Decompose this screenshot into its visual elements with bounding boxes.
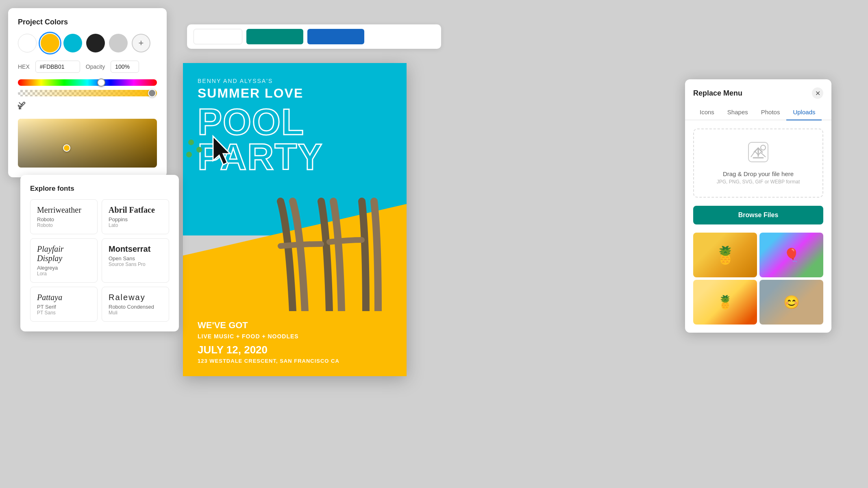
font-third-abril: Lato: [109, 222, 162, 228]
poster-subtitle: BENNY AND ALYSSA'S: [198, 78, 392, 84]
hex-row: HEX Opacity: [18, 61, 157, 73]
people-icon: 😊: [759, 280, 823, 325]
font-third-playfair: Lora: [37, 271, 91, 277]
font-card-raleway[interactable]: Raleway Roboto Condensed Muli: [102, 287, 169, 322]
font-name-pattaya: Pattaya: [37, 293, 91, 302]
toolbar-btn-3[interactable]: [307, 29, 364, 44]
poster-container: BENNY AND ALYSSA'S SUMMER LOVE POOL PART…: [183, 63, 407, 376]
poster-title-summer: SUMMER LOVE: [198, 86, 392, 101]
font-card-pattaya[interactable]: Pattaya PT Serif PT Sans: [30, 287, 98, 322]
poster-amenities: LIVE MUSIC + FOOD + NOODLES: [198, 333, 392, 340]
font-card-montserrat[interactable]: Montserrat Open Sans Source Sans Pro: [102, 238, 169, 283]
color-gradient-picker[interactable]: [18, 119, 157, 168]
replace-menu-header: Replace Menu ✕: [685, 79, 831, 99]
font-secondary-playfair: Alegreya: [37, 265, 91, 271]
upload-drop-title: Drag & Drop your file here: [702, 170, 814, 177]
svg-point-5: [761, 145, 766, 150]
add-color-button[interactable]: +: [132, 34, 150, 52]
color-panel-title: Project Colors: [18, 18, 157, 26]
photo-grid: 🍍 🎈 🍍 😊: [685, 233, 831, 333]
hue-thumb[interactable]: [97, 78, 105, 87]
toolbar-btn-2[interactable]: [246, 29, 303, 44]
font-name-merriweather: Merriweather: [37, 205, 91, 215]
color-picker-panel: Project Colors + HEX Opacity: [8, 8, 167, 177]
font-name-raleway: Raleway: [109, 293, 162, 302]
alpha-thumb[interactable]: [148, 89, 156, 97]
eyedropper-tool[interactable]: [18, 101, 27, 112]
font-card-merriweather[interactable]: Merriweather Roboto Roboto: [30, 199, 98, 234]
swatch-black[interactable]: [86, 34, 105, 52]
font-card-playfair[interactable]: Playfair Display Alegreya Lora: [30, 238, 98, 283]
photo-thumb-2[interactable]: 🎈: [759, 233, 823, 277]
replace-menu-title: Replace Menu: [693, 89, 742, 98]
replace-menu-close-button[interactable]: ✕: [812, 87, 823, 99]
alpha-slider[interactable]: [18, 90, 157, 96]
font-secondary-abril: Poppins: [109, 216, 162, 222]
swatch-yellow[interactable]: [41, 34, 59, 52]
font-secondary-montserrat: Open Sans: [109, 255, 162, 261]
replace-menu-panel: Replace Menu ✕ Icons Shapes Photos Uploa…: [685, 79, 831, 333]
balloons-icon: 🎈: [759, 233, 823, 277]
swatch-white[interactable]: [18, 34, 37, 52]
pineapple2-icon: 🍍: [693, 280, 757, 325]
font-third-pattaya: PT Sans: [37, 310, 91, 316]
opacity-label: Opacity: [86, 63, 105, 70]
hue-slider-container: [18, 79, 157, 96]
pineapple-icon: 🍍: [715, 245, 736, 265]
font-explorer-panel: Explore fonts Merriweather Roboto Roboto…: [20, 175, 179, 331]
font-secondary-raleway: Roboto Condensed: [109, 304, 162, 310]
toolbar-btn-1[interactable]: [194, 29, 242, 44]
upload-drop-zone[interactable]: Drag & Drop your file here JPG, PNG, SVG…: [693, 129, 823, 198]
font-third-montserrat: Source Sans Pro: [109, 261, 162, 267]
font-name-playfair: Playfair Display: [37, 244, 91, 263]
poster-weve-got: WE'VE GOT: [198, 320, 392, 331]
font-name-montserrat: Montserrat: [109, 244, 162, 254]
photo-thumb-4[interactable]: 😊: [759, 280, 823, 325]
poster-date: JULY 12, 2020: [198, 344, 392, 356]
hue-slider[interactable]: [18, 79, 157, 86]
poster-main-title: POOL PARTY: [198, 105, 392, 174]
poster-address: 123 WESTDALE CRESCENT, SAN FRANCISCO CA: [198, 358, 392, 364]
replace-menu-tabs: Icons Shapes Photos Uploads: [685, 105, 831, 120]
opacity-input[interactable]: [111, 61, 139, 73]
swatch-cyan[interactable]: [63, 34, 82, 52]
photo-thumb-3[interactable]: 🍍: [693, 280, 757, 325]
font-secondary-pattaya: PT Serif: [37, 304, 91, 310]
poster: BENNY AND ALYSSA'S SUMMER LOVE POOL PART…: [183, 63, 407, 376]
poster-bottom-text: WE'VE GOT LIVE MUSIC + FOOD + NOODLES JU…: [198, 320, 392, 364]
browse-files-button[interactable]: Browse Files: [693, 206, 823, 224]
upload-drop-subtitle: JPG, PNG, SVG, GIF or WEBP format: [702, 179, 814, 185]
font-card-abril[interactable]: Abril Fatface Poppins Lato: [102, 199, 169, 234]
tab-photos[interactable]: Photos: [755, 105, 787, 120]
tab-uploads[interactable]: Uploads: [786, 105, 822, 120]
upload-icon: [702, 142, 814, 166]
toolbar: [187, 24, 441, 49]
color-swatches: +: [18, 34, 157, 52]
pool-rails: [268, 197, 407, 311]
hex-input[interactable]: [35, 61, 80, 73]
font-panel-title: Explore fonts: [30, 185, 169, 193]
font-third-raleway: Muli: [109, 310, 162, 316]
photo-thumb-1[interactable]: 🍍: [693, 233, 757, 277]
font-third-merriweather: Roboto: [37, 222, 91, 228]
font-name-abril: Abril Fatface: [109, 205, 162, 215]
swatch-gray[interactable]: [109, 34, 128, 52]
tab-icons[interactable]: Icons: [693, 105, 721, 120]
gradient-thumb[interactable]: [63, 144, 70, 152]
font-grid: Merriweather Roboto Roboto Abril Fatface…: [30, 199, 169, 322]
font-secondary-merriweather: Roboto: [37, 216, 91, 222]
tab-shapes[interactable]: Shapes: [721, 105, 755, 120]
hex-label: HEX: [18, 63, 30, 70]
